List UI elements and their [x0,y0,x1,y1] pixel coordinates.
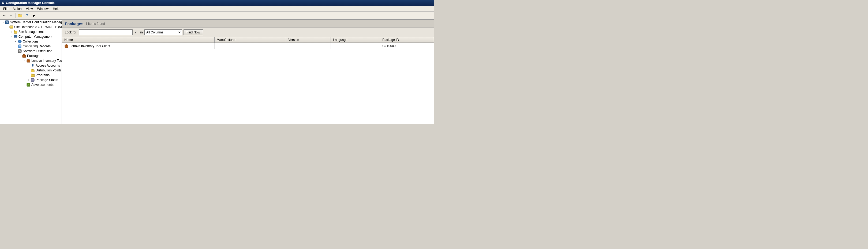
table-header-row: Name Manufacturer Version Language Packa… [62,37,434,43]
tree-programs[interactable]: Programs [0,73,62,78]
software-distribution-label: Software Distribution [23,49,62,53]
expand-computer-mgmt: ⁃ [9,35,13,38]
tree-root[interactable]: □ S System Center Configuration Manager [0,20,62,25]
cell-version [286,43,331,49]
svg-rect-2 [18,15,22,17]
main-layout: □ S System Center Configuration Manager … [0,20,434,124]
svg-rect-11 [14,38,17,38]
find-now-button[interactable]: Find Now [184,29,203,35]
svg-text:P: P [32,79,33,81]
show-button[interactable]: ▶ [31,12,37,19]
tree-software-distribution[interactable]: ⁃ S Software Distribution [0,49,62,54]
conflicting-icon [18,44,22,48]
package-status-icon: P [31,78,35,82]
search-input[interactable] [79,29,133,35]
expand-site-db: ⁃ [5,26,9,29]
tree-computer-management[interactable]: ⁃ Computer Management [0,34,62,39]
tree-root-label: System Center Configuration Manager [10,20,62,24]
tree-packages[interactable]: ⁃ Packages [0,54,62,58]
data-table: Name Manufacturer Version Language Packa… [62,37,434,124]
menu-file[interactable]: File [1,6,10,11]
svg-rect-9 [14,35,17,37]
right-panel: Packages 1 items found Look for: ▼ in Al… [62,20,434,124]
distribution-points-icon [31,68,35,72]
svg-rect-35 [66,44,67,45]
svg-text:C: C [19,40,21,43]
help-button[interactable]: ? [24,12,30,19]
svg-rect-27 [31,69,32,70]
tree-conflicting-records[interactable]: Conflicting Records [0,44,62,49]
col-manufacturer[interactable]: Manufacturer [214,37,286,43]
svg-text:A: A [28,83,29,86]
site-database-label: Site Database (CZ1 - WIN-E1Q5481ZA5E, su… [14,25,62,29]
software-dist-icon: S [18,49,22,53]
svg-rect-6 [10,26,12,27]
tree-collections[interactable]: + C Collections [0,39,62,44]
menu-action[interactable]: Action [10,6,24,11]
packages-header: Packages 1 items found [62,20,434,28]
expand-site-mgmt: + [9,31,13,33]
collections-icon: C [18,39,22,44]
packages-icon [22,54,26,58]
column-select[interactable]: All Columns Name Manufacturer Version La… [145,29,182,35]
tree-distribution-points[interactable]: Distribution Points [0,68,62,73]
tree-access-accounts[interactable]: Access Accounts [0,63,62,68]
menu-help[interactable]: Help [51,6,62,11]
programs-icon [31,73,35,77]
menu-view[interactable]: View [24,6,35,11]
advertisements-icon: A [26,83,31,87]
title-bar: ⚙ Configuration Manager Console [0,0,434,6]
svg-rect-29 [31,74,33,75]
item-count: 1 items found [86,22,105,26]
table-row[interactable]: Lenovo Inventory Tool Client CZ100003 [62,43,434,49]
svg-point-25 [32,64,33,66]
dropdown-arrow-search: ▼ [134,31,137,34]
cell-packageid: CZ100003 [380,43,434,49]
tree-advertisements[interactable]: + A Advertisements [0,82,62,87]
tree-site-management[interactable]: + Site Management [0,29,62,34]
col-packageid[interactable]: Package ID [380,37,434,43]
svg-text:S: S [6,21,8,24]
col-name[interactable]: Name [62,37,214,43]
sccm-icon: S [5,20,9,24]
svg-text:S: S [19,50,21,52]
expand-programs [26,74,31,77]
expand-icon: □ [1,21,5,24]
expand-dist-pts [26,69,31,72]
row-package-icon [64,44,69,48]
menu-window[interactable]: Window [35,6,51,11]
menu-bar: File Action View Window Help [0,6,434,12]
packages-title: Packages [65,22,83,26]
col-version[interactable]: Version [286,37,331,43]
tree-site-database[interactable]: ⁃ Site Database (CZ1 - WIN-E1Q5481ZA5E, … [0,25,62,29]
expand-access [26,64,31,67]
cell-manufacturer [214,43,286,49]
advertisements-label: Advertisements [31,83,62,87]
look-for-label: Look for: [65,31,78,34]
access-accounts-label: Access Accounts [36,64,62,67]
col-language[interactable]: Language [331,37,380,43]
in-label: in [141,31,143,34]
toolbar-separator [16,13,16,18]
svg-rect-24 [28,59,29,60]
tree-lenovo-package[interactable]: ⁃ Lenovo Inventory Tool Client [0,58,62,63]
database-icon [9,25,13,29]
app-title: Configuration Manager Console [6,1,55,5]
tree-panel: □ S System Center Configuration Manager … [0,20,62,124]
expand-lenovo: ⁃ [22,59,26,62]
collections-label: Collections [23,40,62,43]
programs-label: Programs [36,73,62,77]
app-icon: ⚙ [2,1,5,5]
search-bar: Look for: ▼ in All Columns Name Manufact… [62,28,434,37]
tree-package-status[interactable]: + P Package Status [0,78,62,82]
access-accounts-icon [31,63,35,68]
package-status-label: Package Status [36,78,62,82]
site-mgmt-icon [13,30,18,34]
computer-mgmt-icon [13,35,18,39]
lenovo-package-label: Lenovo Inventory Tool Client [31,59,62,63]
back-button[interactable]: ← [1,12,7,19]
folder-button[interactable] [17,12,23,19]
toolbar: ← → ? ▶ [0,12,434,20]
forward-button[interactable]: → [8,12,14,19]
packages-tree-label: Packages [27,54,62,58]
